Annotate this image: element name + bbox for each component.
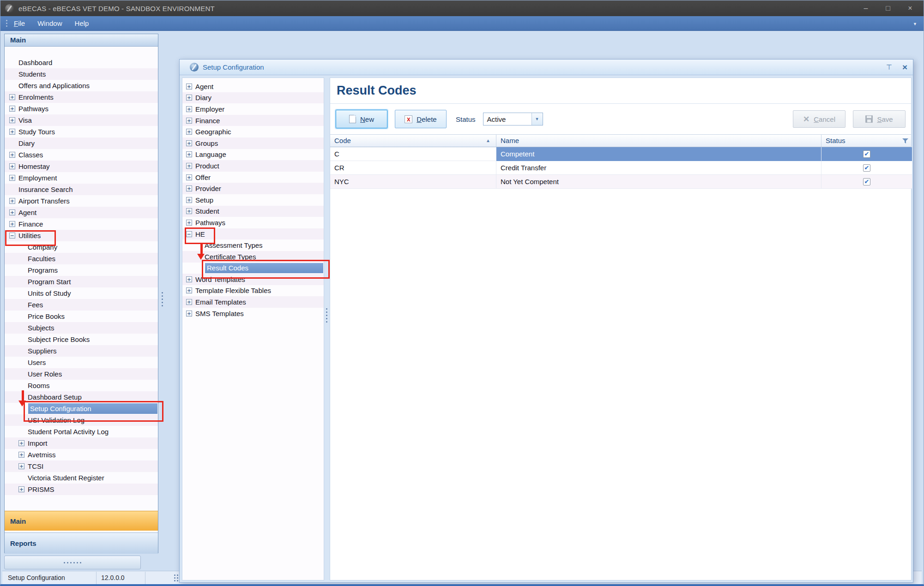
expand-icon[interactable]: + [186, 129, 192, 135]
tree-item-usi-validation-log[interactable]: USI Validation Log [5, 414, 158, 426]
cell-status[interactable]: ✔ [821, 161, 912, 175]
cell-name[interactable]: Credit Transfer [496, 161, 821, 175]
column-header-status[interactable]: Status [821, 135, 912, 147]
expand-icon[interactable]: + [186, 185, 192, 191]
tree-item-utilities[interactable]: −Utilities [5, 230, 158, 241]
tree-item-fees[interactable]: Fees [5, 299, 158, 311]
expand-icon[interactable]: + [186, 151, 192, 157]
tree-item-word-templates[interactable]: +Word Templates [182, 274, 324, 285]
status-dropdown[interactable]: Active ▼ [483, 113, 543, 126]
expand-icon[interactable]: + [186, 95, 192, 101]
expand-icon[interactable]: + [186, 118, 192, 124]
collapse-icon[interactable]: − [9, 233, 15, 239]
cell-status[interactable]: ✔ [821, 175, 912, 189]
tree-item-student-portal-activity-log[interactable]: Student Portal Activity Log [5, 426, 158, 437]
tree-item-insurance-search[interactable]: Insurance Search [5, 184, 158, 195]
cell-status[interactable]: ✔ [821, 147, 912, 161]
tree-item-dashboard[interactable]: Dashboard [5, 57, 158, 68]
expand-icon[interactable]: + [186, 197, 192, 203]
tree-item-user-roles[interactable]: User Roles [5, 368, 158, 380]
tree-item-employer[interactable]: +Employer [182, 103, 324, 115]
expand-icon[interactable]: + [9, 117, 15, 123]
expand-icon[interactable]: + [186, 208, 192, 214]
expand-icon[interactable]: + [186, 163, 192, 169]
menu-file[interactable]: File [14, 19, 25, 27]
expand-icon[interactable]: + [9, 106, 15, 112]
expand-icon[interactable]: + [9, 163, 15, 169]
grid-row-nyc[interactable]: NYCNot Yet Competent✔ [330, 175, 911, 189]
tree-item-tcsi[interactable]: +TCSI [5, 460, 158, 472]
tree-item-product[interactable]: +Product [182, 160, 324, 172]
cell-code[interactable]: C [330, 147, 496, 161]
tree-item-finance[interactable]: +Finance [5, 218, 158, 230]
status-checkbox[interactable]: ✔ [863, 150, 870, 158]
expand-icon[interactable]: + [9, 94, 15, 100]
tree-item-subject-price-books[interactable]: Subject Price Books [5, 334, 158, 345]
grid-row-cr[interactable]: CRCredit Transfer✔ [330, 161, 911, 175]
setup-tree-splitter[interactable] [324, 78, 330, 580]
tree-item-company[interactable]: Company [5, 241, 158, 253]
tree-item-enrolments[interactable]: +Enrolments [5, 91, 158, 103]
tree-item-visa[interactable]: +Visa [5, 114, 158, 126]
tree-item-template-flexible-tables[interactable]: +Template Flexible Tables [182, 285, 324, 297]
tree-item-offer[interactable]: +Offer [182, 172, 324, 183]
tree-item-homestay[interactable]: +Homestay [5, 161, 158, 172]
expand-icon[interactable]: + [186, 276, 192, 282]
save-button[interactable]: Save [853, 110, 906, 128]
expand-icon[interactable]: + [186, 140, 192, 146]
cell-name[interactable]: Not Yet Competent [496, 175, 821, 189]
tree-item-setup[interactable]: +Setup [182, 194, 324, 206]
column-header-name[interactable]: Name [496, 135, 821, 147]
tree-item-users[interactable]: Users [5, 357, 158, 368]
tree-item-import[interactable]: +Import [5, 437, 158, 449]
expand-icon[interactable]: + [9, 198, 15, 204]
collapsed-dock-panel[interactable] [4, 556, 141, 569]
tree-item-geographic[interactable]: +Geographic [182, 126, 324, 138]
cancel-button[interactable]: ✕ Cancel [793, 110, 845, 128]
tree-item-subjects[interactable]: Subjects [5, 322, 158, 334]
status-checkbox[interactable]: ✔ [863, 164, 870, 172]
expand-icon[interactable]: + [9, 175, 15, 181]
tree-item-setup-configuration[interactable]: Setup Configuration [28, 403, 158, 414]
expand-icon[interactable]: + [9, 152, 15, 158]
tree-item-agent[interactable]: +Agent [182, 81, 324, 92]
sidebar-main-button[interactable]: Main [5, 511, 158, 531]
expand-icon[interactable]: + [186, 220, 192, 226]
expand-icon[interactable]: + [9, 209, 15, 215]
delete-button[interactable]: x Delete [395, 110, 447, 128]
sidebar-reports-button[interactable]: Reports [5, 532, 158, 554]
expand-icon[interactable]: + [18, 452, 24, 458]
tree-item-diary[interactable]: +Diary [182, 92, 324, 104]
column-header-code[interactable]: Code ▲ [330, 135, 496, 147]
tree-item-pathways[interactable]: +Pathways [182, 217, 324, 228]
cell-code[interactable]: NYC [330, 175, 496, 189]
status-checkbox[interactable]: ✔ [863, 178, 870, 185]
minimize-button[interactable]: – [862, 4, 870, 12]
expand-icon[interactable]: + [18, 463, 24, 469]
tree-item-faculties[interactable]: Faculties [5, 253, 158, 264]
tree-item-diary[interactable]: Diary [5, 138, 158, 149]
expand-icon[interactable]: + [186, 174, 192, 180]
expand-icon[interactable]: + [9, 221, 15, 227]
tree-item-rooms[interactable]: Rooms [5, 380, 158, 391]
tree-item-students[interactable]: Students [5, 68, 158, 80]
expand-icon[interactable]: + [186, 311, 192, 317]
tree-item-result-codes[interactable]: Result Codes [205, 263, 324, 274]
pin-icon[interactable]: ⊤ [886, 63, 892, 72]
expand-icon[interactable]: + [186, 287, 192, 293]
expand-icon[interactable]: + [186, 106, 192, 112]
tree-item-units-of-study[interactable]: Units of Study [5, 287, 158, 299]
tree-item-language[interactable]: +Language [182, 149, 324, 161]
tree-item-prisms[interactable]: +PRISMS [5, 484, 158, 495]
tree-item-offers-and-applications[interactable]: Offers and Applications [5, 80, 158, 91]
setup-window-close-icon[interactable]: × [902, 62, 907, 72]
new-button[interactable]: New [336, 110, 387, 128]
tree-item-finance[interactable]: +Finance [182, 115, 324, 126]
tree-item-airport-transfers[interactable]: +Airport Transfers [5, 195, 158, 207]
tree-item-suppliers[interactable]: Suppliers [5, 345, 158, 357]
cell-code[interactable]: CR [330, 161, 496, 175]
menu-help[interactable]: Help [75, 19, 89, 27]
chevron-down-icon[interactable]: ▼ [531, 113, 543, 125]
tree-item-he[interactable]: −HE [182, 228, 324, 240]
tree-item-groups[interactable]: +Groups [182, 138, 324, 149]
